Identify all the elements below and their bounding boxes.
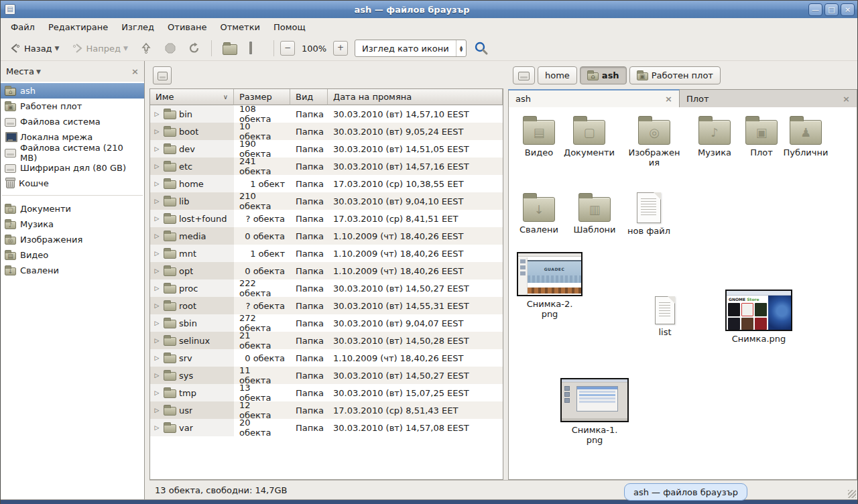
search-button[interactable] bbox=[469, 38, 493, 59]
home-button[interactable] bbox=[218, 39, 242, 58]
up-button[interactable] bbox=[135, 39, 157, 58]
expander-icon[interactable]: ▷ bbox=[153, 320, 161, 326]
expander-icon[interactable]: ▷ bbox=[153, 285, 161, 292]
table-row[interactable]: ▷proc222 обектаПапка30.03.2010 (вт) 14,5… bbox=[150, 279, 503, 297]
icon-item-документи[interactable]: Документи bbox=[559, 115, 619, 158]
reload-button[interactable] bbox=[184, 39, 205, 58]
stop-button[interactable] bbox=[160, 39, 181, 58]
table-row[interactable]: ▷boot10 обектаПапка30.03.2010 (вт) 9,05,… bbox=[150, 123, 503, 140]
table-row[interactable]: ▷srv0 обектаПапка1.10.2009 (чт) 18,40,26… bbox=[150, 349, 503, 367]
breadcrumb-button-работен-плот[interactable]: Работен плот bbox=[629, 66, 721, 84]
expander-icon[interactable]: ▷ bbox=[153, 337, 161, 344]
expander-icon[interactable]: ▷ bbox=[153, 355, 161, 361]
resize-grip[interactable] bbox=[848, 490, 856, 498]
forward-dropdown-icon[interactable]: ▼ bbox=[123, 45, 128, 52]
table-row[interactable]: ▷tmp13 обектаПапка30.03.2010 (вт) 15,07,… bbox=[150, 384, 503, 401]
tab-close-icon[interactable]: × bbox=[843, 94, 850, 104]
expander-icon[interactable]: ▷ bbox=[153, 407, 161, 414]
expander-icon[interactable]: ▷ bbox=[153, 145, 161, 152]
icon-item-шаблони[interactable]: Шаблони bbox=[564, 192, 625, 235]
expander-icon[interactable]: ▷ bbox=[153, 424, 161, 431]
table-row[interactable]: ▷var20 обектаПапка30.03.2010 (вт) 14,57,… bbox=[150, 419, 503, 436]
breadcrumb-button-home[interactable]: home bbox=[538, 66, 577, 84]
sidebar-item-видео[interactable]: Видео bbox=[1, 247, 144, 263]
breadcrumb-root-button[interactable] bbox=[513, 66, 535, 84]
icon-item-снимка-2-png[interactable]: GUADECСнимка-2.png bbox=[513, 252, 587, 319]
table-row[interactable]: ▷lost+found? обектаПапка17.03.2010 (ср) … bbox=[150, 210, 503, 227]
sidebar-item-файлова-система-210-mb-[interactable]: Файлова система (210 MB) bbox=[1, 145, 144, 160]
zoom-out-button[interactable]: − bbox=[280, 41, 295, 56]
menu-item[interactable]: Изглед bbox=[115, 19, 160, 35]
sidebar-item-кошче[interactable]: Кошче bbox=[1, 176, 144, 191]
sidebar-close-icon[interactable]: × bbox=[131, 66, 139, 76]
icon-item-снимка-png[interactable]: GNOME StoreСнимка.png bbox=[722, 290, 796, 344]
zoom-in-button[interactable]: + bbox=[333, 41, 348, 56]
expander-icon[interactable]: ▷ bbox=[153, 267, 161, 274]
table-row[interactable]: ▷etc241 обектаПапка30.03.2010 (вт) 14,57… bbox=[150, 158, 503, 175]
menu-item[interactable]: Помощ bbox=[267, 19, 312, 35]
table-row[interactable]: ▷root? обектаПапка30.03.2010 (вт) 14,55,… bbox=[150, 297, 503, 314]
table-row[interactable]: ▷usr12 обектаПапка17.03.2010 (ср) 8,51,4… bbox=[150, 401, 503, 419]
expander-icon[interactable]: ▷ bbox=[153, 302, 161, 309]
sidebar-title[interactable]: Места bbox=[6, 66, 34, 76]
tab-плот[interactable]: Плот× bbox=[680, 89, 857, 107]
icon-item-list[interactable]: list bbox=[645, 296, 685, 337]
expander-icon[interactable]: ▷ bbox=[153, 128, 161, 135]
breadcrumb-button-ash[interactable]: ash bbox=[580, 66, 627, 84]
icon-item-публични[interactable]: Публични bbox=[776, 115, 836, 158]
expander-icon[interactable]: ▷ bbox=[153, 163, 161, 170]
column-header-date[interactable]: Дата на промяна bbox=[328, 89, 503, 105]
expander-icon[interactable]: ▷ bbox=[153, 233, 161, 239]
back-button[interactable]: Назад ▼ bbox=[5, 40, 64, 57]
expander-icon[interactable]: ▷ bbox=[153, 215, 161, 222]
sidebar-item-ash[interactable]: ash bbox=[1, 83, 144, 99]
menu-item[interactable]: Редактиране bbox=[42, 19, 114, 35]
menu-item[interactable]: Отиване bbox=[162, 19, 212, 35]
table-row[interactable]: ▷opt0 обектаПапка1.10.2009 (чт) 18,40,26… bbox=[150, 262, 503, 279]
table-row[interactable]: ▷sys11 обектаПапка30.03.2010 (вт) 14,50,… bbox=[150, 367, 503, 384]
sidebar-title-dropdown-icon[interactable]: ▼ bbox=[36, 68, 41, 75]
table-row[interactable]: ▷dev190 обектаПапка30.03.2010 (вт) 14,51… bbox=[150, 140, 503, 158]
sidebar-splitter[interactable] bbox=[145, 61, 149, 499]
computer-button[interactable] bbox=[245, 40, 267, 57]
tab-close-icon[interactable]: × bbox=[665, 94, 672, 104]
column-header-type[interactable]: Вид bbox=[290, 89, 328, 105]
back-dropdown-icon[interactable]: ▼ bbox=[55, 45, 60, 52]
forward-button[interactable]: Напред ▼ bbox=[67, 40, 133, 57]
sidebar-item-музика[interactable]: Музика bbox=[1, 216, 144, 232]
icon-item-снимка-1-png[interactable]: Снимка-1.png bbox=[558, 378, 631, 445]
sidebar-item-изображения[interactable]: Изображения bbox=[1, 232, 144, 247]
table-row[interactable]: ▷bin108 обектаПапка30.03.2010 (вт) 14,57… bbox=[150, 105, 503, 123]
panes-splitter[interactable] bbox=[503, 61, 508, 480]
table-row[interactable]: ▷home1 обектПапка17.03.2010 (ср) 10,38,5… bbox=[150, 175, 503, 192]
expander-icon[interactable]: ▷ bbox=[153, 180, 161, 187]
sidebar-item-работен-плот[interactable]: Работен плот bbox=[1, 99, 144, 114]
tab-ash[interactable]: ash× bbox=[508, 89, 680, 107]
maximize-button[interactable]: □ bbox=[824, 3, 839, 16]
column-header-size[interactable]: Размер bbox=[234, 89, 290, 105]
sidebar-item-шифриран-дял-80-gb-[interactable]: Шифриран дял (80 GB) bbox=[1, 160, 144, 176]
minimize-button[interactable]: — bbox=[808, 3, 822, 16]
table-row[interactable]: ▷mnt1 обектПапка1.10.2009 (чт) 18,40,26 … bbox=[150, 245, 503, 262]
filesystem-root-button[interactable] bbox=[153, 66, 172, 84]
icon-item-свалени[interactable]: Свалени bbox=[509, 192, 569, 235]
icon-view[interactable]: ВидеоДокументиИзображенияМузикаПлотПубли… bbox=[508, 107, 857, 480]
expander-icon[interactable]: ▷ bbox=[153, 372, 161, 379]
table-row[interactable]: ▷lib210 обектаПапка30.03.2010 (вт) 9,04,… bbox=[150, 192, 503, 210]
icon-item-изображения[interactable]: Изображения bbox=[624, 115, 684, 168]
sidebar-item-документи[interactable]: Документи bbox=[1, 201, 144, 216]
expander-icon[interactable]: ▷ bbox=[153, 198, 161, 204]
column-header-name[interactable]: Име ∨ bbox=[150, 89, 234, 105]
close-button[interactable]: × bbox=[841, 3, 855, 16]
table-row[interactable]: ▷media0 обектаПапка1.10.2009 (чт) 18,40,… bbox=[150, 227, 503, 245]
table-row[interactable]: ▷selinux21 обектаПапка30.03.2010 (вт) 14… bbox=[150, 332, 503, 349]
sidebar-item-файлова-система[interactable]: Файлова система bbox=[1, 114, 144, 129]
expander-icon[interactable]: ▷ bbox=[153, 111, 161, 117]
menu-item[interactable]: Файл bbox=[5, 19, 41, 35]
expander-icon[interactable]: ▷ bbox=[153, 250, 161, 257]
sidebar-item-свалени[interactable]: Свалени bbox=[1, 263, 144, 278]
menu-item[interactable]: Отметки bbox=[214, 19, 265, 35]
icon-item-нов-файл[interactable]: нов файл bbox=[619, 192, 679, 236]
table-row[interactable]: ▷sbin272 обектаПапка30.03.2010 (вт) 9,04… bbox=[150, 314, 503, 332]
expander-icon[interactable]: ▷ bbox=[153, 389, 161, 396]
